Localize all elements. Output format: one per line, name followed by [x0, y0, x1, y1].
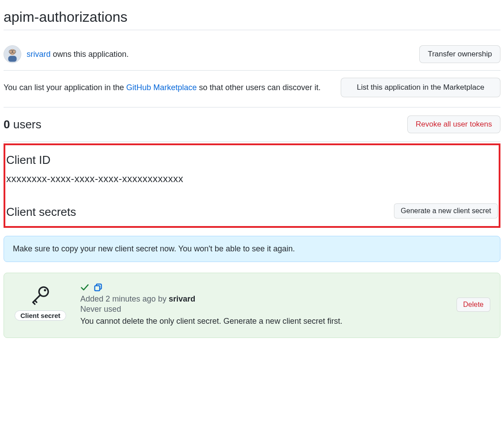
check-icon	[80, 283, 89, 292]
client-id-value: xxxxxxxx-xxxx-xxxx-xxxx-xxxxxxxxxxxx	[6, 173, 498, 185]
users-count-number: 0	[4, 118, 10, 131]
page-title: apim-authorizations	[4, 9, 500, 30]
owner-avatar	[4, 45, 21, 63]
marketplace-text-suffix: so that other users can discover it.	[197, 83, 321, 92]
owner-text: srivard owns this application.	[27, 50, 129, 59]
users-count: 0 users	[4, 118, 41, 131]
client-secret-pill: Client secret	[15, 310, 66, 321]
delete-secret-button[interactable]: Delete	[457, 298, 490, 312]
secret-added-prefix: Added	[80, 294, 106, 303]
secret-added-user: srivard	[169, 294, 195, 303]
secret-added-time: 2 minutes ago	[106, 294, 156, 303]
copy-secret-flash: Make sure to copy your new client secret…	[4, 236, 500, 262]
marketplace-row: You can list your application in the Git…	[4, 71, 500, 107]
owner-row: srivard owns this application. Transfer …	[4, 38, 500, 71]
highlight-annotation: Client ID xxxxxxxx-xxxx-xxxx-xxxx-xxxxxx…	[4, 143, 500, 228]
revoke-all-tokens-button[interactable]: Revoke all user tokens	[407, 115, 500, 133]
svg-rect-8	[95, 286, 100, 290]
svg-rect-2	[8, 56, 17, 62]
owner-owns-text: owns this application.	[51, 50, 129, 59]
copy-icon[interactable]	[94, 283, 102, 292]
list-in-marketplace-button[interactable]: List this application in the Marketplace	[341, 78, 500, 97]
client-secrets-heading: Client secrets	[6, 205, 76, 219]
secret-added-by: by	[156, 294, 169, 303]
key-icon	[28, 283, 52, 307]
transfer-ownership-button[interactable]: Transfer ownership	[419, 45, 500, 63]
owner-link[interactable]: srivard	[27, 50, 51, 59]
svg-point-7	[44, 289, 46, 291]
marketplace-text-prefix: You can list your application in the	[4, 83, 126, 92]
client-secret-card: Client secret Added 2 minutes ago by sri…	[4, 273, 500, 338]
users-row: 0 users Revoke all user tokens	[4, 107, 500, 142]
generate-client-secret-button[interactable]: Generate a new client secret	[394, 203, 498, 218]
marketplace-link[interactable]: GitHub Marketplace	[126, 83, 197, 92]
marketplace-text: You can list your application in the Git…	[4, 81, 332, 94]
users-count-label: users	[10, 118, 41, 131]
secret-never-used: Never used	[80, 305, 443, 314]
client-id-heading: Client ID	[6, 153, 498, 167]
secret-cannot-delete-note: You cannot delete the only client secret…	[80, 317, 443, 326]
secret-added-meta: Added 2 minutes ago by srivard	[80, 294, 443, 304]
